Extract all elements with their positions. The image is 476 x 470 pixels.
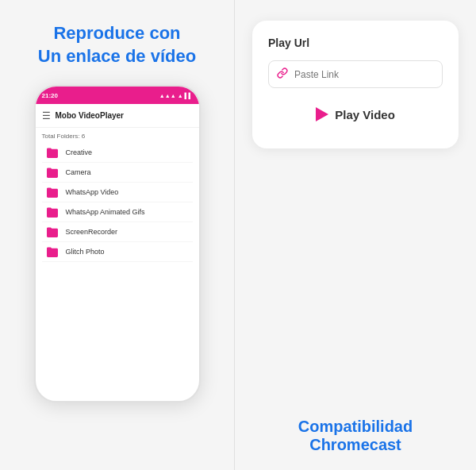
status-icons: ▲▲▲ ▲ ▌▌: [159, 93, 193, 98]
list-item[interactable]: Camera: [42, 163, 193, 183]
link-icon: [277, 67, 288, 81]
play-triangle-icon: [316, 107, 328, 121]
app-title: Mobo VideoPlayer: [56, 111, 125, 120]
folder-name: Glitch Photo: [66, 248, 105, 256]
hamburger-icon[interactable]: ☰: [42, 110, 51, 121]
app-bar: ☰ Mobo VideoPlayer: [36, 104, 199, 128]
list-item[interactable]: Glitch Photo: [42, 242, 193, 262]
bottom-right-text: Compatibilidad Chromecast: [298, 418, 413, 454]
folder-icon: [45, 187, 60, 198]
total-folders-label: Total Folders: 6: [42, 133, 193, 140]
right-panel: Play Url Play Video Compatibilidad Chrom…: [235, 0, 476, 470]
list-item[interactable]: ScreenRecorder: [42, 222, 193, 242]
folder-name: Creative: [66, 148, 93, 156]
list-item[interactable]: Creative: [42, 143, 193, 163]
status-time: 21:20: [42, 92, 58, 99]
battery-icon: ▌▌: [185, 93, 193, 98]
folder-icon: [45, 167, 60, 178]
folder-name: WhatsApp Video: [66, 188, 119, 196]
play-video-button[interactable]: Play Video: [268, 104, 443, 125]
chromecast-line1: Compatibilidad: [298, 418, 413, 436]
left-panel: Reproduce con Un enlace de vídeo 21:20 ▲…: [0, 0, 234, 470]
url-input-row[interactable]: [268, 60, 443, 88]
folder-name: WhatsApp Animated Gifs: [66, 208, 145, 216]
url-input[interactable]: [294, 69, 434, 80]
folder-name: ScreenRecorder: [66, 228, 118, 236]
signal-icon: ▲▲▲: [159, 93, 176, 98]
chromecast-line2: Chromecast: [298, 436, 413, 454]
folder-icon: [45, 147, 60, 158]
folder-icon: [45, 246, 60, 257]
headline-line2: Un enlace de vídeo: [38, 45, 196, 68]
folder-icon: [45, 226, 60, 237]
play-video-label: Play Video: [335, 108, 395, 121]
play-url-label: Play Url: [268, 37, 443, 49]
folder-area: Total Folders: 6 Creative Camera WhatsAp…: [36, 128, 199, 401]
list-item[interactable]: WhatsApp Video: [42, 183, 193, 202]
folder-name: Camera: [66, 168, 91, 176]
play-url-box: Play Url Play Video: [252, 21, 459, 148]
phone-mockup: 21:20 ▲▲▲ ▲ ▌▌ ☰ Mobo VideoPlayer Total …: [34, 85, 201, 403]
list-item[interactable]: WhatsApp Animated Gifs: [42, 202, 193, 222]
headline: Reproduce con Un enlace de vídeo: [38, 22, 196, 67]
wifi-icon: ▲: [178, 93, 183, 98]
folder-icon: [45, 206, 60, 218]
status-bar: 21:20 ▲▲▲ ▲ ▌▌: [36, 87, 199, 104]
headline-line1: Reproduce con: [38, 22, 196, 45]
